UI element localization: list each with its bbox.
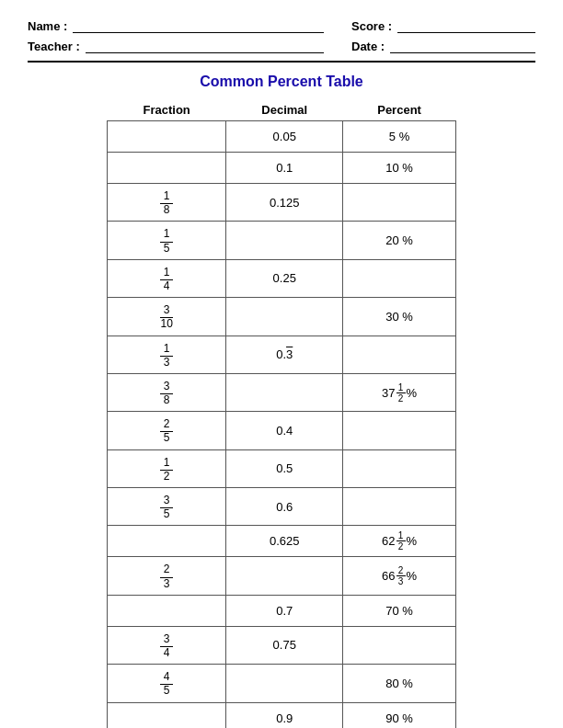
worksheet: Name : Score : Teacher : Date : Common P… [28,18,535,728]
mixed-percent-display: 37 1 2 % [382,382,417,404]
cell-fraction [108,121,226,153]
fraction-display: 3 4 [160,633,173,659]
cell-decimal [226,373,343,411]
cell-percent: 5 % [343,121,456,153]
cell-percent [343,412,456,449]
fraction-display: 2 3 [160,563,173,589]
score-line [397,18,535,33]
cell-decimal: 0.1 [226,153,343,184]
fraction-display: 1 5 [160,228,173,254]
table-row: 4 5 80 % [108,665,456,702]
col-percent: Percent [343,99,456,121]
cell-percent: 66 2 3 % [343,557,456,595]
cell-percent [343,626,456,664]
cell-fraction [108,526,226,557]
cell-decimal: 0.625 [226,526,343,557]
fraction-display: 4 5 [160,671,173,697]
cell-decimal: 0.75 [226,626,343,664]
col-decimal: Decimal [226,99,343,121]
date-label: Date : [351,40,385,53]
cell-decimal: 0.05 [226,121,343,153]
cell-percent: 30 % [343,298,456,336]
cell-fraction: 1 2 [108,449,226,487]
mixed-percent-display: 66 2 3 % [382,565,417,586]
cell-fraction: 1 3 [108,336,226,373]
teacher-label: Teacher : [28,40,80,53]
cell-fraction: 2 3 [108,557,226,595]
cell-percent: 20 % [343,222,456,259]
table-row: 2 5 0.4 [108,412,456,449]
table-row: 1 5 20 % [108,222,456,259]
table-row: 0.9 90 % [108,702,456,728]
cell-decimal: 0.7 [226,595,343,626]
fraction-display: 3 8 [160,381,173,406]
fraction-display: 3 10 [160,304,173,330]
cell-fraction: 3 4 [108,626,226,664]
cell-decimal: 0.3 [226,336,343,373]
cell-decimal: 0.125 [226,184,343,222]
table-row: 1 4 0.25 [108,259,456,297]
table-row: 1 8 0.125 [108,184,456,222]
cell-decimal: 0.9 [226,702,343,728]
name-line [73,18,324,33]
teacher-line [86,39,324,53]
cell-decimal: 0.5 [226,449,343,487]
name-label: Name : [28,19,67,33]
cell-percent: 37 1 2 % [343,373,456,411]
cell-fraction: 3 8 [108,373,226,411]
cell-percent: 80 % [343,665,456,702]
date-line [390,39,535,53]
fraction-display: 2 5 [160,418,173,444]
fraction-display: 3 5 [160,495,173,520]
table-row: 3 5 0.6 [108,488,456,526]
table-row: 0.05 5 % [108,121,456,153]
cell-fraction: 3 10 [108,298,226,336]
mixed-percent-display: 62 1 2 % [382,530,417,552]
cell-percent: 10 % [343,153,456,184]
table-row: 0.7 70 % [108,595,456,626]
cell-fraction: 1 8 [108,184,226,222]
table-row: 3 10 30 % [108,298,456,336]
page-title: Common Percent Table [28,74,535,90]
table-row: 3 8 37 1 2 % [108,373,456,411]
cell-fraction: 3 5 [108,488,226,526]
table-row: 1 2 0.5 [108,449,456,487]
cell-percent: 70 % [343,595,456,626]
cell-fraction: 1 5 [108,222,226,259]
cell-fraction: 2 5 [108,412,226,449]
cell-percent: 62 1 2 % [343,526,456,557]
cell-fraction [108,595,226,626]
cell-decimal [226,222,343,259]
cell-percent [343,259,456,297]
fraction-display: 1 8 [160,190,173,216]
cell-decimal [226,557,343,595]
cell-percent [343,336,456,373]
cell-fraction [108,702,226,728]
table-row: 3 4 0.75 [108,626,456,664]
cell-percent: 90 % [343,702,456,728]
col-fraction: Fraction [108,99,226,121]
percent-table: Fraction Decimal Percent 0.05 5 % 0.1 10… [107,99,456,728]
fraction-display: 1 3 [160,343,173,369]
cell-percent [343,488,456,526]
cell-decimal: 0.25 [226,259,343,297]
table-header-row: Fraction Decimal Percent [108,99,456,121]
cell-fraction: 4 5 [108,665,226,702]
table-row: 0.625 62 1 2 % [108,526,456,557]
table-container: Fraction Decimal Percent 0.05 5 % 0.1 10… [28,99,535,728]
cell-fraction [108,153,226,184]
table-row: 2 3 66 2 3 % [108,557,456,595]
fraction-display: 1 2 [160,457,173,483]
score-label: Score : [351,19,392,33]
repeating-digit: 3 [286,347,293,361]
cell-fraction: 1 4 [108,259,226,297]
cell-decimal: 0.6 [226,488,343,526]
cell-percent [343,184,456,222]
table-row: 0.1 10 % [108,153,456,184]
cell-percent [343,449,456,487]
divider [28,61,535,63]
cell-decimal: 0.4 [226,412,343,449]
cell-decimal [226,665,343,702]
header-section: Name : Score : Teacher : Date : [28,18,535,53]
fraction-display: 1 4 [160,267,173,292]
